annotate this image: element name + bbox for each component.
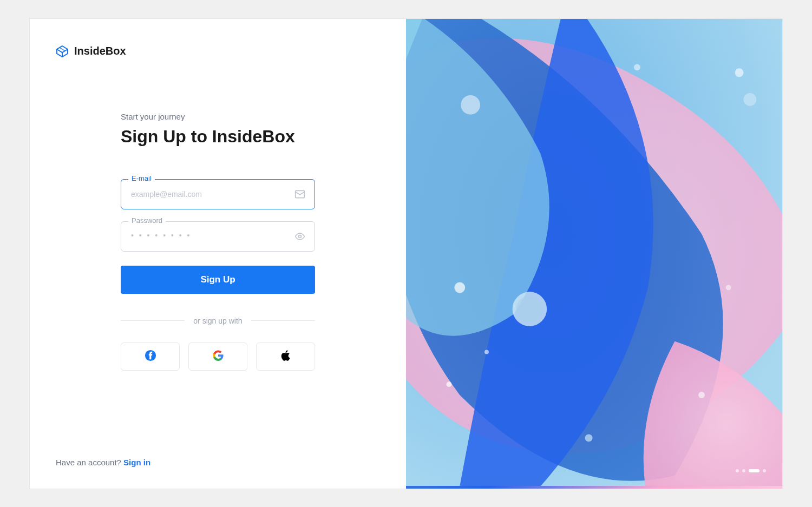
footer-prompt: Have an account? Sign in: [56, 458, 150, 467]
email-icon: [294, 189, 305, 200]
insidebox-logo-icon: [56, 45, 69, 58]
footer-prompt-text: Have an account?: [56, 458, 123, 467]
signup-form: Start your journey Sign Up to InsideBox …: [56, 112, 380, 371]
form-panel: InsideBox Start your journey Sign Up to …: [30, 19, 406, 489]
divider-line-right: [251, 320, 315, 321]
carousel-dot-2[interactable]: [742, 469, 745, 472]
email-label: E-mail: [128, 174, 155, 182]
carousel-dot-3[interactable]: [749, 469, 759, 472]
brand-name: InsideBox: [74, 45, 126, 57]
signup-page: InsideBox Start your journey Sign Up to …: [29, 18, 783, 489]
carousel-pagination: [736, 469, 766, 472]
svg-point-14: [726, 285, 731, 290]
password-label: Password: [128, 216, 166, 225]
svg-point-5: [516, 295, 543, 322]
svg-point-8: [735, 68, 744, 77]
password-field[interactable]: [121, 221, 315, 252]
divider-text: or sign up with: [185, 317, 251, 325]
password-input-group: Password: [121, 221, 315, 252]
svg-point-6: [461, 95, 480, 114]
divider-line-left: [121, 320, 185, 321]
page-subtitle: Start your journey: [121, 112, 315, 121]
svg-point-1: [299, 235, 302, 238]
svg-point-10: [698, 392, 705, 398]
svg-point-11: [446, 381, 451, 387]
svg-point-13: [585, 434, 593, 442]
google-icon: [213, 350, 224, 363]
google-signup-button[interactable]: [188, 343, 247, 371]
eye-icon[interactable]: [294, 231, 305, 242]
abstract-art: [406, 19, 782, 486]
page-title: Sign Up to InsideBox: [121, 127, 315, 147]
hero-image-panel: [406, 19, 782, 489]
svg-point-12: [484, 350, 489, 354]
svg-point-9: [744, 93, 757, 106]
carousel-dot-4[interactable]: [763, 469, 766, 472]
divider: or sign up with: [121, 317, 315, 325]
signin-link[interactable]: Sign in: [123, 458, 150, 467]
facebook-icon: [145, 350, 156, 363]
carousel-dot-1[interactable]: [736, 469, 739, 472]
brand-logo: InsideBox: [56, 45, 380, 58]
signup-button[interactable]: Sign Up: [121, 266, 315, 294]
facebook-signup-button[interactable]: [121, 343, 180, 371]
apple-signup-button[interactable]: [256, 343, 315, 371]
apple-icon: [280, 350, 291, 363]
email-field[interactable]: [121, 179, 315, 209]
svg-point-15: [634, 64, 640, 70]
svg-point-7: [454, 282, 465, 293]
social-signup-buttons: [121, 343, 315, 371]
email-input-group: E-mail: [121, 179, 315, 209]
